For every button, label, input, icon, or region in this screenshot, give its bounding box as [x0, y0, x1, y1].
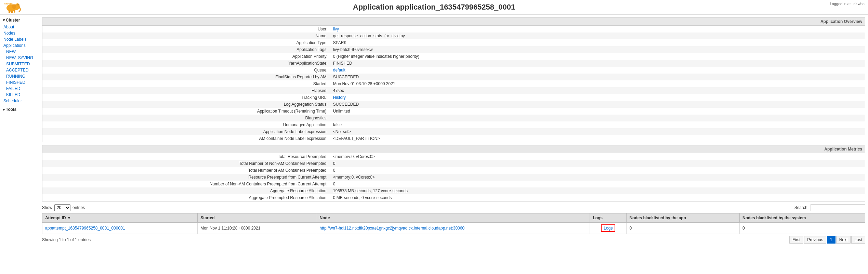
- user-link[interactable]: livy: [333, 27, 339, 31]
- svg-rect-5: [9, 11, 10, 13]
- sidebar-item-finished[interactable]: FINISHED: [0, 79, 39, 86]
- info-row-started: Started: Mon Nov 01 03:10:28 +0000 2021: [42, 80, 865, 87]
- sidebar-item-running[interactable]: RUNNING: [0, 73, 39, 79]
- info-row-diagnostics: Diagnostics:: [42, 115, 865, 121]
- yarn-state-label: YarnApplicationState:: [42, 60, 330, 67]
- col-attempt-id[interactable]: Attempt ID ▼: [42, 213, 198, 223]
- main-content: Application Overview User: livy Name: ge…: [39, 15, 868, 268]
- tracking-url-link[interactable]: History: [333, 95, 346, 100]
- sidebar-item-nodes[interactable]: Nodes: [0, 30, 39, 36]
- metrics-label-6: Aggregate Preempted Resource Allocation:: [42, 194, 330, 201]
- info-row-unmanaged: Unmanaged Application: false: [42, 121, 865, 128]
- sidebar-item-submitted[interactable]: SUBMITTED: [0, 61, 39, 67]
- sidebar-item-new-saving[interactable]: NEW_SAVING: [0, 55, 39, 61]
- metrics-value-2: 0: [330, 167, 865, 174]
- info-row-user: User: livy: [42, 26, 865, 32]
- app-tags-value: livy-batch-9-0vresekw: [330, 46, 865, 53]
- show-entries-select[interactable]: 10 20 50 100: [54, 204, 70, 211]
- sidebar-item-new[interactable]: NEW: [0, 49, 39, 55]
- sidebar-item-scheduler[interactable]: Scheduler: [0, 98, 39, 104]
- attempt-id-link[interactable]: appattempt_1635479965258_0001_000001: [45, 226, 125, 231]
- previous-page-button[interactable]: Previous: [804, 236, 826, 244]
- sidebar-item-killed[interactable]: KILLED: [0, 92, 39, 98]
- am-node-label-value: <DEFAULT_PARTITION>: [330, 135, 865, 142]
- metrics-value-0: <memory:0, vCores:0>: [330, 153, 865, 160]
- timeout-value: Unlimited: [330, 108, 865, 115]
- col-blacklisted-app-label: Nodes blacklisted by the app: [629, 216, 686, 220]
- main-layout: ▾ Cluster About Nodes Node Labels Applic…: [0, 15, 868, 268]
- col-blacklisted-app: Nodes blacklisted by the app: [627, 213, 740, 223]
- col-node-label: Node: [320, 216, 330, 220]
- svg-rect-6: [11, 11, 13, 13]
- info-row-name: Name: get_response_action_stats_for_civi…: [42, 32, 865, 39]
- col-logs: Logs: [590, 213, 627, 223]
- attempts-table: Attempt ID ▼ Started Node Logs: [42, 213, 865, 234]
- sidebar: ▾ Cluster About Nodes Node Labels Applic…: [0, 15, 39, 268]
- sidebar-item-failed[interactable]: FAILED: [0, 86, 39, 92]
- logs-link[interactable]: Logs: [601, 224, 615, 232]
- user-label: User:: [42, 26, 330, 32]
- metrics-label-5: Aggregate Resource Allocation:: [42, 187, 330, 194]
- sidebar-item-accepted[interactable]: ACCEPTED: [0, 67, 39, 73]
- metrics-label-1: Total Number of Non-AM Containers Preemp…: [42, 160, 330, 167]
- metrics-value-5: 196578 MB-seconds, 127 vcore-seconds: [330, 187, 865, 194]
- info-row-elapsed: Elapsed: 47sec: [42, 87, 865, 94]
- logs-cell: Logs: [590, 223, 627, 234]
- sidebar-item-about[interactable]: About: [0, 24, 39, 30]
- cluster-label: Cluster: [6, 18, 20, 23]
- metrics-value-1: 0: [330, 160, 865, 167]
- pagination-bar: Showing 1 to 1 of 1 entries First Previo…: [42, 236, 865, 244]
- final-status-value: SUCCEEDED: [330, 74, 865, 80]
- table-header-row: Attempt ID ▼ Started Node Logs: [42, 213, 865, 223]
- metrics-row-6: Aggregate Preempted Resource Allocation:…: [42, 194, 865, 201]
- search-input[interactable]: [811, 204, 865, 211]
- app-overview-table: User: livy Name: get_response_action_sta…: [42, 26, 865, 142]
- tools-toggle[interactable]: ▸ Tools: [0, 106, 39, 113]
- col-node: Node: [317, 213, 590, 223]
- entries-label: entries: [73, 205, 85, 210]
- node-link[interactable]: http://wn7-hdi112.ntkdfk20pxae1gnxgc2jym…: [320, 226, 465, 231]
- name-label: Name:: [42, 32, 330, 39]
- col-logs-label: Logs: [593, 216, 603, 220]
- metrics-row-3: Resource Preempted from Current Attempt:…: [42, 174, 865, 181]
- info-row-timeout: Application Timeout (Remaining Time): Un…: [42, 108, 865, 115]
- info-row-queue: Queue: default: [42, 67, 865, 74]
- info-row-final-status: FinalStatus Reported by AM: SUCCEEDED: [42, 74, 865, 80]
- started-label: Started:: [42, 80, 330, 87]
- user-value: livy: [330, 26, 865, 32]
- node-cell: http://wn7-hdi112.ntkdfk20pxae1gnxgc2jym…: [317, 223, 590, 234]
- first-page-button[interactable]: First: [789, 236, 803, 244]
- log-agg-value: SUCCEEDED: [330, 101, 865, 108]
- queue-value: default: [330, 67, 865, 74]
- queue-link[interactable]: default: [333, 68, 345, 73]
- info-row-app-priority: Application Priority: 0 (Higher integer …: [42, 53, 865, 60]
- current-page-button[interactable]: 1: [827, 236, 836, 244]
- col-blacklisted-system: Nodes blacklisted by the system: [740, 213, 865, 223]
- queue-label: Queue:: [42, 67, 330, 74]
- last-page-button[interactable]: Last: [851, 236, 865, 244]
- logo: hadoop: [3, 0, 24, 14]
- info-row-app-tags: Application Tags: livy-batch-9-0vresekw: [42, 46, 865, 53]
- svg-text:hadoop: hadoop: [4, 2, 13, 5]
- next-page-button[interactable]: Next: [836, 236, 851, 244]
- sidebar-item-node-labels[interactable]: Node Labels: [0, 36, 39, 42]
- am-node-label-label: AM container Node Label expression:: [42, 135, 330, 142]
- cluster-toggle[interactable]: ▾ Cluster: [0, 16, 39, 24]
- attempt-id-cell: appattempt_1635479965258_0001_000001: [42, 223, 198, 234]
- info-row-yarn-state: YarnApplicationState: FINISHED: [42, 60, 865, 67]
- metrics-row-2: Total Number of AM Containers Preempted:…: [42, 167, 865, 174]
- elapsed-label: Elapsed:: [42, 87, 330, 94]
- show-label: Show: [42, 205, 52, 210]
- metrics-row-1: Total Number of Non-AM Containers Preemp…: [42, 160, 865, 167]
- app-node-label-label: Application Node Label expression:: [42, 128, 330, 135]
- sidebar-item-applications[interactable]: Applications: [0, 42, 39, 49]
- yarn-state-value: FINISHED: [330, 60, 865, 67]
- app-priority-label: Application Priority:: [42, 53, 330, 60]
- metrics-value-3: <memory:0, vCores:0>: [330, 174, 865, 181]
- table-row: appattempt_1635479965258_0001_000001 Mon…: [42, 223, 865, 234]
- tools-label: Tools: [6, 107, 16, 112]
- col-started-label: Started: [200, 216, 214, 220]
- info-row-tracking-url: Tracking URL: History: [42, 94, 865, 101]
- app-tags-label: Application Tags:: [42, 46, 330, 53]
- app-overview-panel: Application Overview User: livy Name: ge…: [42, 17, 865, 142]
